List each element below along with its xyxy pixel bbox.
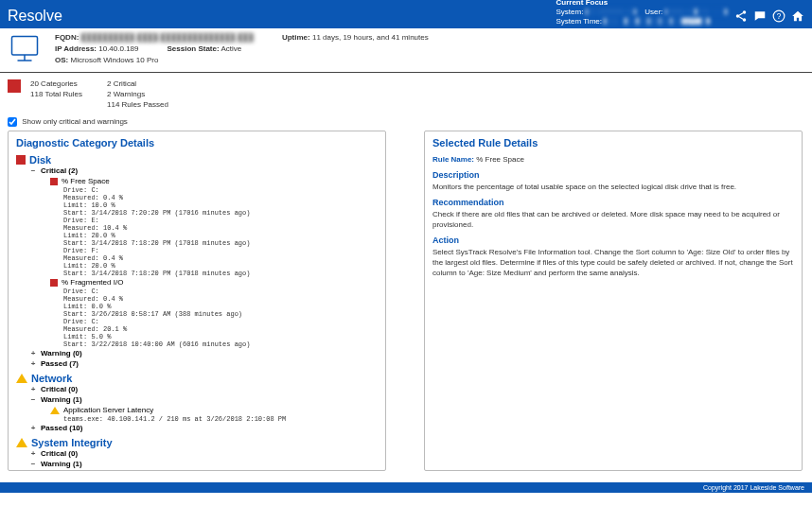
svg-point-0 bbox=[743, 10, 747, 13]
warning-triangle-icon bbox=[50, 471, 60, 472]
rule-free-space[interactable]: % Free Space bbox=[50, 176, 378, 186]
selected-rule-panel: Selected Rule Details Rule Name: % Free … bbox=[424, 131, 803, 471]
system-value: ██████████ bbox=[586, 9, 637, 15]
rule-interrupt-rate[interactable]: Interrupt Rate bbox=[50, 469, 378, 471]
filter-text: Show only critical and warnings bbox=[22, 117, 128, 126]
categories-count: 20 Categories bbox=[30, 79, 82, 89]
critical-square-icon bbox=[16, 155, 26, 165]
user-label: User: bbox=[644, 8, 662, 16]
network-warning-group[interactable]: −Warning (1) bbox=[29, 394, 378, 405]
system-label: System: bbox=[556, 8, 584, 16]
diagnostic-title: Diagnostic Category Details bbox=[16, 137, 378, 148]
filter-checkbox[interactable] bbox=[8, 117, 17, 127]
warning-triangle-icon bbox=[16, 374, 27, 383]
critical-square-icon bbox=[50, 178, 58, 185]
warnings-count: 2 Warnings bbox=[107, 89, 168, 99]
rules-count: 118 Total Rules bbox=[30, 89, 82, 99]
fqdn-value: ██████████.████.██████████████.███ bbox=[81, 33, 254, 42]
svg-point-1 bbox=[736, 14, 740, 18]
current-focus-block: Current Focus System: ██████████ User: █… bbox=[556, 0, 727, 26]
category-system-integrity[interactable]: System Integrity bbox=[16, 437, 378, 448]
computer-icon bbox=[8, 32, 42, 68]
session-value: Active bbox=[221, 44, 241, 53]
recommendation-heading: Recommendation bbox=[432, 198, 794, 207]
diagnostic-panel: Diagnostic Category Details Disk −Critic… bbox=[8, 131, 386, 471]
time-value: ████-██-██ ██:██:██ (UTC-█) bbox=[604, 18, 710, 25]
footer: Copyright 2017 Lakeside Software bbox=[0, 482, 812, 493]
category-network[interactable]: Network bbox=[16, 373, 378, 384]
focus-label: Current Focus bbox=[556, 0, 609, 7]
filter-checkbox-label[interactable]: Show only critical and warnings bbox=[8, 117, 128, 126]
selected-rule-title: Selected Rule Details bbox=[432, 137, 794, 148]
ip-value: 10.40.0.189 bbox=[98, 44, 138, 53]
critical-square-icon bbox=[50, 279, 58, 287]
disk-warning-group[interactable]: +Warning (0) bbox=[29, 348, 378, 358]
rule-app-server-latency[interactable]: Application Server Latency bbox=[50, 405, 378, 415]
critical-square-icon bbox=[8, 79, 21, 93]
category-disk[interactable]: Disk bbox=[16, 154, 378, 166]
footer-text: Copyright 2017 Lakeside Software bbox=[703, 484, 804, 491]
svg-point-2 bbox=[743, 18, 747, 22]
svg-rect-5 bbox=[12, 37, 38, 56]
user-value: ██████ ██████ bbox=[665, 9, 727, 15]
recommendation-text: Check if there are old files that can be… bbox=[432, 209, 794, 230]
description-heading: Description bbox=[432, 170, 794, 180]
svg-text:?: ? bbox=[777, 12, 782, 21]
rule-fragmented-io-detail: Drive: C: Measured: 0.4 % Limit: 0.0 % S… bbox=[63, 288, 378, 348]
warning-triangle-icon bbox=[50, 407, 60, 414]
warning-triangle-icon bbox=[16, 438, 27, 447]
sys-warning-group[interactable]: −Warning (1) bbox=[29, 459, 378, 469]
action-text: Select SysTrack Resolve's File Informati… bbox=[432, 247, 794, 278]
filter-row: Show only critical and warnings bbox=[0, 115, 812, 129]
network-critical-group[interactable]: +Critical (0) bbox=[29, 384, 378, 394]
rule-latency-detail: teams.exe: 40.100.141.2 / 210 ms at 3/26… bbox=[63, 415, 378, 423]
description-text: Monitors the percentage of total usable … bbox=[432, 182, 794, 192]
sys-critical-group[interactable]: +Critical (0) bbox=[29, 448, 378, 459]
disk-passed-group[interactable]: +Passed (7) bbox=[29, 358, 378, 369]
fqdn-label: FQDN: bbox=[55, 33, 79, 42]
disk-critical-group[interactable]: −Critical (2) bbox=[29, 166, 378, 176]
system-info-row: FQDN: ██████████.████.██████████████.███… bbox=[0, 28, 812, 73]
home-icon[interactable] bbox=[791, 9, 804, 25]
app-title: Resolve bbox=[8, 8, 62, 25]
rule-name-label: Rule Name: bbox=[432, 155, 474, 164]
uptime-value: 11 days, 19 hours, and 41 minutes bbox=[312, 33, 429, 42]
share-icon[interactable] bbox=[734, 9, 748, 25]
chat-icon[interactable] bbox=[753, 9, 767, 25]
network-passed-group[interactable]: +Passed (10) bbox=[29, 423, 378, 433]
uptime-label: Uptime: bbox=[282, 33, 310, 42]
session-label: Session State: bbox=[168, 44, 220, 53]
help-icon[interactable]: ? bbox=[772, 9, 786, 25]
os-value: Microsoft Windows 10 Pro bbox=[70, 56, 158, 64]
summary-stats: 20 Categories 118 Total Rules 2 Critical… bbox=[0, 73, 812, 115]
rule-free-space-detail: Drive: C: Measured: 0.4 % Limit: 10.0 % … bbox=[63, 186, 378, 277]
app-header: Resolve Current Focus System: ██████████… bbox=[0, 0, 812, 28]
rule-name-value: % Free Space bbox=[476, 155, 524, 164]
passed-count: 114 Rules Passed bbox=[107, 99, 168, 110]
os-label: OS: bbox=[55, 56, 68, 64]
action-heading: Action bbox=[432, 236, 794, 245]
critical-count: 2 Critical bbox=[107, 79, 168, 89]
rule-fragmented-io[interactable]: % Fragmented I/O bbox=[50, 277, 378, 288]
ip-label: IP Address: bbox=[55, 44, 97, 53]
time-label: System Time: bbox=[556, 17, 602, 26]
